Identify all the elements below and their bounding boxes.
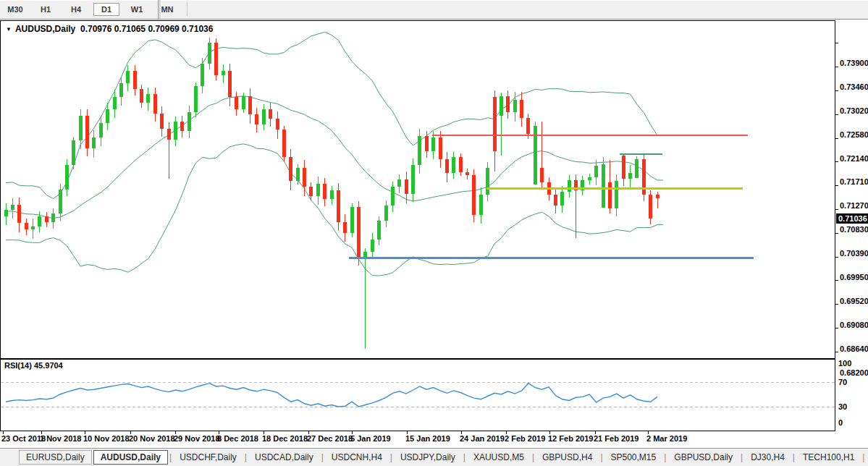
price-axis-label: 0.72140 [840,155,868,163]
price-axis-label: 0.69080 [840,321,868,329]
chart-tab-tech100-h1[interactable]: TECH100,H1 [796,451,861,464]
candle-body [17,205,21,223]
candle-body [282,130,286,157]
candle-body [296,168,300,181]
price-axis-label: 0.72580 [840,131,868,139]
candle-body [500,96,503,116]
toolbar-separator [187,2,188,17]
candle-body [588,177,591,180]
date-axis-label: 5 Jan 2019 [350,434,391,443]
chart-tab-usdcad-daily[interactable]: USDCAD,Daily [248,451,320,464]
chart-title: ▼AUDUSD,Daily 0.70976 0.71065 0.70969 0.… [6,24,213,34]
rsi-chart-canvas[interactable] [0,359,868,431]
chart-tab-usdjpy-daily[interactable]: USDJPY,Daily [394,451,462,464]
chart-window: ▼AUDUSD,Daily 0.70976 0.71065 0.70969 0.… [0,20,868,448]
date-axis-label: 23 Oct 2018 [1,434,46,443]
rsi-axis-label: 100 [838,360,851,368]
candle-body [391,187,395,206]
date-axis-label: 18 Dec 2018 [262,434,308,443]
candle-body [357,207,361,260]
rsi-current-value: 45.9704 [34,361,63,370]
tab-separator: | [532,452,534,462]
current-price-badge: 0.71036 [836,213,868,224]
candle-body [493,97,497,151]
candle-body [45,216,49,222]
chart-tab-gbpusd-h4[interactable]: GBPUSD,H4 [536,451,599,464]
candle-body [140,89,143,103]
candle-body [628,173,632,179]
candle-body [418,136,421,165]
tab-separator: | [741,452,743,462]
candle-body [99,123,103,137]
date-axis-label: 10 Nov 2018 [83,434,130,443]
candle-body [214,43,218,75]
tab-separator: | [321,452,324,462]
candle-body [113,97,117,109]
candle-body [208,43,211,64]
date-axis-label: 12 Feb 2019 [548,434,593,443]
candle-body [235,97,238,109]
tab-separator: | [600,452,602,462]
chart-tab-audusd-daily[interactable]: AUDUSD,Daily [93,450,168,465]
chart-tab-usdchf-daily[interactable]: USDCHF,Daily [173,451,243,464]
candle-body [608,182,612,208]
tab-separator: | [245,452,247,462]
price-axis-label: 0.68200 [840,369,868,377]
chart-tab-xauusd-m5[interactable]: XAUUSD,M5 [467,451,531,464]
candle-body [439,137,442,159]
candle-body [459,157,463,172]
date-axis-label: 27 Dec 2018 [307,434,353,443]
candle-body [350,207,354,233]
candle-body [31,226,35,230]
date-axis-label: 8 Dec 2018 [217,434,258,443]
symbol-dropdown-icon[interactable]: ▼ [6,26,12,33]
tab-separator: | [169,452,172,462]
candle-body [649,195,652,219]
timeframe-toolbar: M30 H1 H4 D1 W1 MN [0,0,868,20]
price-axis-label: 0.73900 [840,59,868,67]
chart-tab-dj30-h4[interactable]: DJ30,H4 [744,451,791,464]
candle-body [72,140,75,165]
date-axis-label: 2 Feb 2019 [505,434,545,443]
chart-tab-usdcnh-h4[interactable]: USDCNH,H4 [325,451,389,464]
candle-body [330,190,334,199]
candle-body [262,109,266,124]
candle-body [228,71,232,97]
chart-tab-gbpusd-daily[interactable]: GBPUSD,Daily [667,451,739,464]
candle-body [452,157,455,174]
chart-tab-sp500-m15[interactable]: SP500,M15 [604,451,663,464]
timeframe-button-h1[interactable]: H1 [33,3,59,16]
candle-body [309,187,313,196]
tab-separator: | [793,452,795,462]
timeframe-button-h4[interactable]: H4 [63,3,89,16]
chart-tab-eurusd-daily[interactable]: EURUSD,Daily [19,450,92,465]
candle-body [479,195,483,215]
candle-body [425,136,429,151]
candle-body [343,222,347,233]
candle-body [465,172,469,176]
rsi-pane-border [1,360,835,431]
candle-body [187,112,191,131]
chart-symbol-label: AUDUSD,Daily [15,24,75,34]
tab-separator: | [664,452,666,462]
candle-body [554,195,557,206]
timeframe-button-m30[interactable]: M30 [2,3,28,16]
candle-body [106,109,109,124]
candle-body [180,122,184,131]
candle-body [506,96,510,113]
timeframe-button-w1[interactable]: W1 [124,3,150,16]
price-axis-label: 0.71710 [840,178,868,186]
timeframe-button-d1[interactable]: D1 [93,3,119,16]
rsi-axis-label: 30 [838,403,847,411]
candle-body [11,205,14,210]
candle-body [377,221,381,240]
candle-body [51,213,55,221]
candle-body [160,114,164,129]
main-chart-canvas[interactable] [0,20,868,359]
toolbar-grip[interactable] [158,0,161,19]
candle-body [568,180,571,192]
rsi-axis-label: 0 [838,419,843,427]
candle-body [520,100,523,118]
candle-body [242,96,245,109]
date-axis-label: 29 Nov 2018 [174,434,220,443]
